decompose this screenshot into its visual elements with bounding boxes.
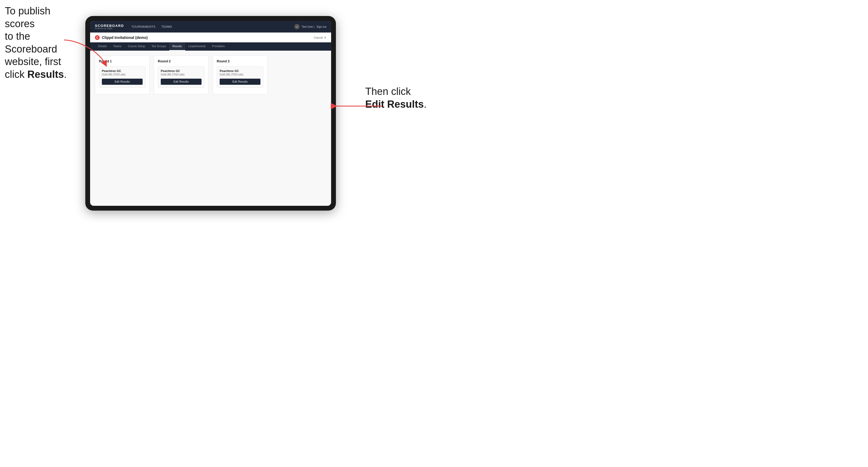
- round-3-title: Round 3: [217, 59, 264, 63]
- round-2-title: Round 2: [158, 59, 205, 63]
- logo-sub: Powered by clippd: [95, 27, 124, 29]
- nav-right: U Test User | Sign out: [294, 24, 326, 29]
- course-details-2: Gold (M) (7010 yds): [161, 73, 202, 76]
- rounds-grid: Round 1 Peachtree GC Gold (M) (7010 yds)…: [95, 56, 326, 94]
- tab-course-setup[interactable]: Course Setup: [125, 42, 149, 51]
- tab-printables[interactable]: Printables: [209, 42, 228, 51]
- course-card-3: Peachtree GC Gold (M) (7010 yds) Edit Re…: [217, 66, 264, 88]
- left-arrow: [56, 35, 109, 72]
- tab-leaderboards[interactable]: Leaderboards: [185, 42, 209, 51]
- tournament-header: C Clippd Invitational (demo) Cancel ✕: [90, 33, 331, 42]
- edit-results-button-1[interactable]: Edit Results: [102, 79, 143, 85]
- tab-teams[interactable]: Teams: [110, 42, 125, 51]
- tab-tee-groups[interactable]: Tee Groups: [148, 42, 169, 51]
- cancel-button[interactable]: Cancel ✕: [314, 36, 326, 39]
- tablet-frame: SCOREBOARD Powered by clippd TOURNAMENTS…: [85, 16, 336, 211]
- nav-tournaments[interactable]: TOURNAMENTS: [131, 25, 155, 28]
- main-content: Round 1 Peachtree GC Gold (M) (7010 yds)…: [90, 51, 331, 206]
- nav-teams[interactable]: TEAMS: [161, 25, 172, 28]
- course-card-2: Peachtree GC Gold (M) (7010 yds) Edit Re…: [158, 66, 205, 88]
- user-info: Test User |: [302, 25, 315, 28]
- tablet-screen: SCOREBOARD Powered by clippd TOURNAMENTS…: [90, 21, 331, 206]
- round-card-2: Round 2 Peachtree GC Gold (M) (7010 yds)…: [154, 56, 209, 94]
- right-arrow: [330, 98, 383, 114]
- user-avatar: U: [294, 24, 300, 29]
- top-nav: SCOREBOARD Powered by clippd TOURNAMENTS…: [90, 21, 331, 33]
- edit-results-button-2[interactable]: Edit Results: [161, 79, 202, 85]
- course-details-1: Gold (M) (7010 yds): [102, 73, 143, 76]
- tab-results[interactable]: Results: [169, 42, 185, 51]
- edit-results-button-3[interactable]: Edit Results: [220, 79, 260, 85]
- empty-slot: [272, 56, 326, 94]
- content-area: C Clippd Invitational (demo) Cancel ✕ De…: [90, 33, 331, 206]
- round-card-3: Round 3 Peachtree GC Gold (M) (7010 yds)…: [213, 56, 268, 94]
- logo-area: SCOREBOARD Powered by clippd: [95, 24, 124, 29]
- course-details-3: Gold (M) (7010 yds): [220, 73, 260, 76]
- nav-links: TOURNAMENTS TEAMS: [131, 25, 294, 28]
- course-name-2: Peachtree GC: [161, 69, 202, 72]
- tab-bar: Details Teams Course Setup Tee Groups Re…: [90, 42, 331, 51]
- sign-out-link[interactable]: Sign out: [316, 25, 326, 28]
- course-name-3: Peachtree GC: [220, 69, 260, 72]
- logo-text: SCOREBOARD: [95, 24, 124, 27]
